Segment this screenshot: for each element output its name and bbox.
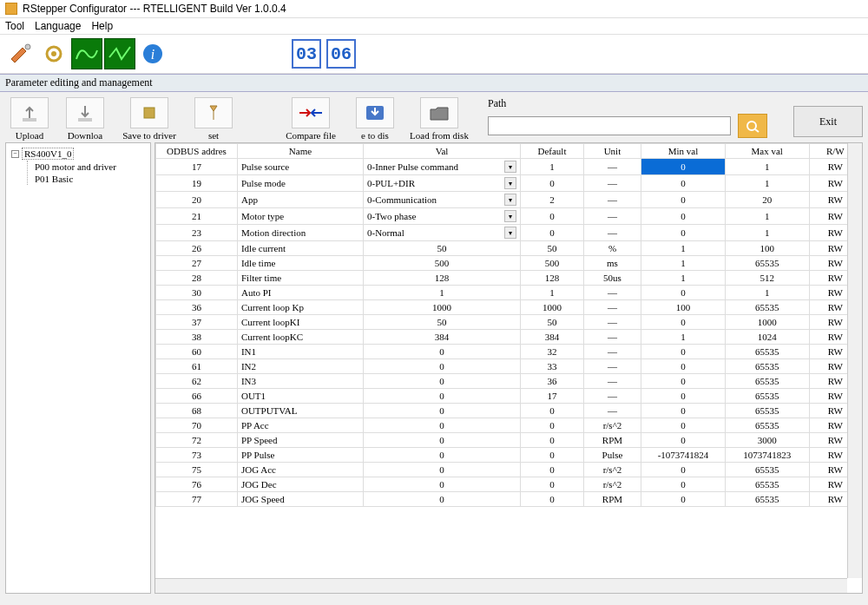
save-to-driver-button[interactable]: Save to driver xyxy=(116,97,182,141)
cell-val[interactable]: 0 xyxy=(363,404,520,418)
cell-val[interactable]: 0 xyxy=(363,477,520,492)
cell-val[interactable]: 0 xyxy=(363,359,520,374)
cell-val[interactable]: 0 xyxy=(363,433,520,448)
col-addr[interactable]: ODBUS addres xyxy=(156,144,238,159)
tool-scope1-icon[interactable] xyxy=(71,38,102,69)
cell-val[interactable]: 0 xyxy=(363,418,520,433)
browse-button[interactable] xyxy=(738,114,767,138)
horizontal-scrollbar[interactable] xyxy=(155,578,847,593)
cell-addr: 17 xyxy=(156,159,238,175)
table-row[interactable]: 73PP Pulse00Pulse-10737418241073741823RW xyxy=(156,448,862,463)
cell-val[interactable]: 0 xyxy=(363,374,520,389)
cell-val[interactable]: 0 xyxy=(363,389,520,404)
set-button[interactable]: set xyxy=(189,97,238,141)
cell-val[interactable]: 50 xyxy=(363,241,520,256)
path-input[interactable] xyxy=(488,116,731,135)
compare-file-button[interactable]: Compare file xyxy=(278,97,344,141)
col-default[interactable]: Default xyxy=(521,144,584,159)
table-row[interactable]: 75JOG Acc00r/s^2065535RW xyxy=(156,463,862,477)
cell-val[interactable]: 0-PUL+DIR▾ xyxy=(363,175,520,192)
menu-tool[interactable]: Tool xyxy=(5,20,24,32)
table-row[interactable]: 60IN1032—065535RW xyxy=(156,345,862,359)
table-row[interactable]: 19Pulse mode0-PUL+DIR▾0—01RW xyxy=(156,175,862,192)
chevron-down-icon[interactable]: ▾ xyxy=(504,177,516,189)
table-row[interactable]: 20App0-Communication▾2—020RW xyxy=(156,192,862,208)
table-row[interactable]: 30Auto PI11—01RW xyxy=(156,286,862,300)
save-to-disk-button[interactable]: e to dis xyxy=(351,97,399,141)
chevron-down-icon[interactable]: ▾ xyxy=(504,210,516,222)
cell-val[interactable]: 50 xyxy=(363,315,520,330)
cell-unit: 50us xyxy=(583,271,641,286)
tool-info-icon[interactable]: i xyxy=(137,38,168,69)
chevron-down-icon[interactable]: ▾ xyxy=(504,227,516,239)
table-row[interactable]: 77JOG Speed00RPM065535RW xyxy=(156,492,862,507)
cell-val[interactable]: 1 xyxy=(363,286,520,300)
cell-min: 0 xyxy=(641,389,726,404)
table-row[interactable]: 76JOG Dec00r/s^2065535RW xyxy=(156,477,862,492)
cell-unit: — xyxy=(583,404,641,418)
tool-scope2-icon[interactable] xyxy=(104,38,135,69)
menu-language[interactable]: Language xyxy=(35,20,81,32)
cell-val[interactable]: 0 xyxy=(363,463,520,477)
cell-max: 65535 xyxy=(725,359,809,374)
table-row[interactable]: 61IN2033—065535RW xyxy=(156,359,862,374)
table-row[interactable]: 17Pulse source0-Inner Pulse command▾1—01… xyxy=(156,159,862,175)
table-row[interactable]: 62IN3036—065535RW xyxy=(156,374,862,389)
tool-connect-icon[interactable] xyxy=(5,38,36,69)
chevron-down-icon[interactable]: ▾ xyxy=(504,194,516,206)
table-row[interactable]: 23Motion direction0-Normal▾0—01RW xyxy=(156,225,862,241)
col-minval[interactable]: Min val xyxy=(641,144,726,159)
table-row[interactable]: 66OUT1017—065535RW xyxy=(156,389,862,404)
cell-val[interactable]: 0-Normal▾ xyxy=(363,225,520,241)
table-row[interactable]: 37Current loopKI5050—01000RW xyxy=(156,315,862,330)
vertical-scrollbar[interactable] xyxy=(847,143,862,578)
cell-default: 33 xyxy=(521,359,584,374)
cell-val[interactable]: 0 xyxy=(363,345,520,359)
tool-gear-icon[interactable] xyxy=(38,38,69,69)
table-row[interactable]: 70PP Acc00r/s^2065535RW xyxy=(156,418,862,433)
upload-button[interactable]: Upload xyxy=(5,97,54,141)
menu-help[interactable]: Help xyxy=(91,20,113,32)
table-row[interactable]: 72PP Speed00RPM03000RW xyxy=(156,433,862,448)
cell-val[interactable]: 1000 xyxy=(363,300,520,315)
cell-val[interactable]: 0 xyxy=(363,448,520,463)
col-name[interactable]: Name xyxy=(237,144,363,159)
cell-addr: 60 xyxy=(156,345,238,359)
cell-min: 0 xyxy=(641,418,726,433)
cell-unit: — xyxy=(583,208,641,225)
table-row[interactable]: 27Idle time500500ms165535RW xyxy=(156,256,862,271)
cell-val[interactable]: 0-Two phase▾ xyxy=(363,208,520,225)
table-row[interactable]: 21Motor type0-Two phase▾0—01RW xyxy=(156,208,862,225)
cell-val[interactable]: 0-Inner Pulse command▾ xyxy=(363,159,520,175)
tree-child-1[interactable]: P01 Basic xyxy=(35,173,147,185)
cell-unit: — xyxy=(583,175,641,192)
download-button[interactable]: Downloa xyxy=(61,97,109,141)
cell-addr: 21 xyxy=(156,208,238,225)
table-row[interactable]: 26Idle current5050%1100RW xyxy=(156,241,862,256)
cell-default: 0 xyxy=(521,225,584,241)
cell-addr: 19 xyxy=(156,175,238,192)
table-row[interactable]: 36Current loop Kp10001000—10065535RW xyxy=(156,300,862,315)
exit-button[interactable]: Exit xyxy=(793,106,863,137)
tree-root-node[interactable]: − RS400V1_0 xyxy=(11,147,147,161)
col-maxval[interactable]: Max val xyxy=(725,144,809,159)
cell-val[interactable]: 0 xyxy=(363,492,520,507)
cell-val[interactable]: 384 xyxy=(363,330,520,345)
tree-child-0[interactable]: P00 motor and driver xyxy=(35,161,147,173)
tree-collapse-icon[interactable]: − xyxy=(11,150,19,158)
table-row[interactable]: 28Filter time12812850us1512RW xyxy=(156,271,862,286)
table-row[interactable]: 38Current loopKC384384—11024RW xyxy=(156,330,862,345)
chevron-down-icon[interactable]: ▾ xyxy=(504,161,516,173)
col-val[interactable]: Val xyxy=(363,144,520,159)
svg-rect-6 xyxy=(78,118,92,122)
cell-max: 65535 xyxy=(725,345,809,359)
cell-val[interactable]: 0-Communication▾ xyxy=(363,192,520,208)
svg-point-9 xyxy=(747,122,756,130)
cell-val[interactable]: 128 xyxy=(363,271,520,286)
load-from-disk-button[interactable]: Load from disk xyxy=(406,97,472,141)
cell-max: 1 xyxy=(725,225,809,241)
tree-root-label[interactable]: RS400V1_0 xyxy=(22,148,74,160)
col-unit[interactable]: Unit xyxy=(583,144,641,159)
table-row[interactable]: 68OUTPUTVAL00—065535RW xyxy=(156,404,862,418)
cell-val[interactable]: 500 xyxy=(363,256,520,271)
